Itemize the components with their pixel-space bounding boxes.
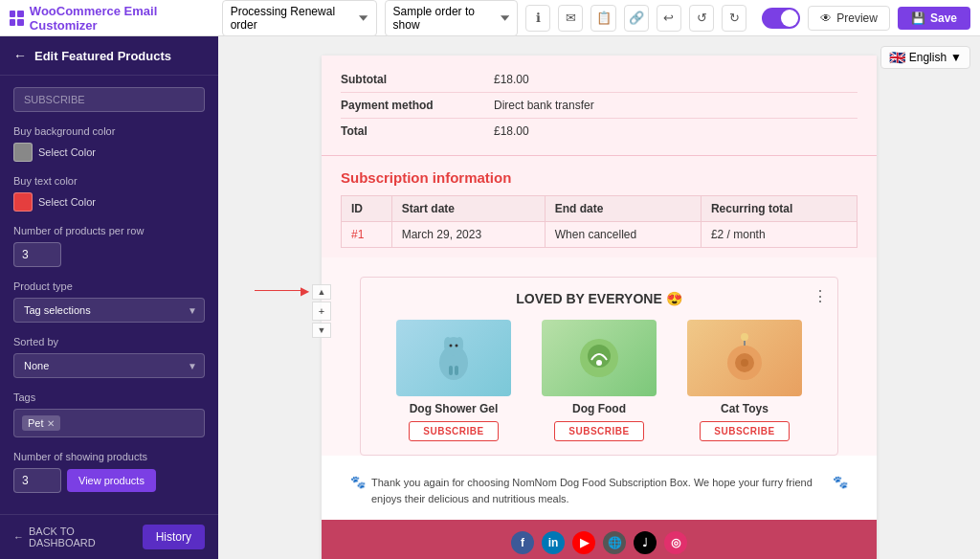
thankyou-section: 🐾 Thank you again for choosing NomNom Do… <box>322 465 877 520</box>
sidebar-header: ← Edit Featured Products <box>0 36 218 76</box>
back-dashboard-btn[interactable]: ← BACK TO DASHBOARD <box>13 525 143 548</box>
back-dashboard-label: BACK TO DASHBOARD <box>29 525 143 548</box>
main-layout: ← Edit Featured Products Buy background … <box>0 36 980 559</box>
showing-products-input[interactable] <box>13 468 61 493</box>
order-type-label: Processing Renewal order <box>231 5 356 32</box>
info-icon-btn[interactable]: ℹ <box>525 5 550 32</box>
showing-label: Number of showing products <box>13 451 205 462</box>
email-icon-btn[interactable]: ✉ <box>558 5 583 32</box>
save-label: Save <box>930 11 957 25</box>
total-value: £18.00 <box>494 124 529 138</box>
view-products-button[interactable]: View products <box>67 469 156 492</box>
refresh-icon-btn[interactable]: ↻ <box>722 5 746 32</box>
pet-tag-label: Pet <box>28 417 44 429</box>
thankyou-icon-right: 🐾 <box>833 475 848 489</box>
product-subscribe-btn-3[interactable]: SUBSCRIBE <box>700 421 789 441</box>
linkedin-icon[interactable]: in <box>542 531 565 554</box>
text-color-picker: Select Color <box>13 192 205 212</box>
order-row-payment: Payment method Direct bank transfer <box>341 93 858 119</box>
dog-shower-svg <box>425 329 482 387</box>
scroll-plus-btn[interactable]: + <box>312 302 331 321</box>
sub-id: #1 <box>342 222 392 248</box>
email-outer: ▲ + ▼ ▶ Subtotal £18.00 <box>312 46 886 559</box>
product-subscribe-btn-1[interactable]: SUBSCRIBE <box>409 421 498 441</box>
subscription-section: Subscription information ID Start date E… <box>322 156 877 257</box>
arrow-head-icon: ▶ <box>301 284 309 298</box>
bg-color-label: Buy background color <box>13 125 205 137</box>
scroll-down-btn[interactable]: ▼ <box>312 323 331 338</box>
svg-point-10 <box>596 360 602 366</box>
sample-order-dropdown[interactable]: Sample order to show <box>385 0 519 36</box>
sub-end-date: When cancelled <box>545 222 701 248</box>
bg-color-swatch <box>13 143 33 162</box>
total-key: Total <box>341 124 494 138</box>
tiktok-icon[interactable]: ♩ <box>634 531 657 554</box>
product-name-3: Cat Toys <box>721 402 768 415</box>
text-select-color-btn[interactable]: Select Color <box>38 196 96 208</box>
order-type-dropdown[interactable]: Processing Renewal order <box>222 0 377 36</box>
svg-point-5 <box>456 345 458 347</box>
tags-label: Tags <box>13 391 205 403</box>
product-subscribe-btn-2[interactable]: SUBSCRIBE <box>554 421 643 441</box>
sub-header-start: Start date <box>391 196 545 222</box>
pet-tag-remove-icon[interactable]: ✕ <box>47 418 55 429</box>
product-type-select[interactable]: Tag selections <box>13 298 205 323</box>
product-image-2 <box>542 320 657 396</box>
youtube-icon[interactable]: ▶ <box>572 531 595 554</box>
order-row-subtotal: Subtotal £18.00 <box>341 67 858 93</box>
products-per-row-label: Number of products per row <box>13 225 205 236</box>
sorted-by-select[interactable]: None <box>13 353 205 378</box>
brand: WooCommerce Email Customizer <box>10 4 214 33</box>
payment-value: Direct bank transfer <box>494 99 594 112</box>
sidebar-back-icon[interactable]: ← <box>13 48 27 63</box>
order-row-total: Total £18.00 <box>341 119 858 144</box>
topbar: WooCommerce Email Customizer Processing … <box>0 0 980 36</box>
sample-order-label: Sample order to show <box>393 5 497 32</box>
products-more-icon[interactable]: ⋮ <box>813 287 828 305</box>
scroll-up-btn[interactable]: ▲ <box>312 284 331 300</box>
tags-input-wrap[interactable]: Pet ✕ <box>13 409 205 437</box>
history-button[interactable]: History <box>143 525 205 549</box>
content-area: 🇬🇧 English ▼ ▲ + ▼ ▶ <box>218 36 980 559</box>
products-header: LOVED BY EVERYONE 😍 <box>374 291 824 306</box>
bg-select-color-btn[interactable]: Select Color <box>38 146 96 158</box>
sub-id-link[interactable]: #1 <box>351 228 364 241</box>
subscription-table: ID Start date End date Recurring total #… <box>341 195 858 248</box>
pet-tag-chip: Pet ✕ <box>22 415 60 431</box>
dog-food-svg <box>570 329 628 387</box>
preview-button[interactable]: 👁 Preview <box>808 6 890 31</box>
globe-icon[interactable]: 🌐 <box>603 531 626 554</box>
save-button[interactable]: 💾 Save <box>898 7 970 30</box>
payment-key: Payment method <box>341 99 494 112</box>
save-icon: 💾 <box>911 11 925 25</box>
product-image-1 <box>396 320 511 396</box>
product-name-1: Dog Shower Gel <box>410 402 499 415</box>
back-icon: ← <box>13 531 24 543</box>
sub-start-date: March 29, 2023 <box>391 222 545 248</box>
redo-icon-btn[interactable]: ↺ <box>689 5 714 32</box>
svg-rect-6 <box>449 366 453 375</box>
subscribe-input[interactable] <box>13 87 205 112</box>
undo-icon-btn[interactable]: ↩ <box>657 5 681 32</box>
text-color-swatch <box>13 192 33 212</box>
toggle-wrap <box>762 8 800 29</box>
social-section: f in ▶ 🌐 ♩ ◎ <box>322 520 877 559</box>
svg-point-15 <box>741 333 748 341</box>
product-card-2: Dog Food SUBSCRIBE <box>532 320 666 441</box>
thankyou-text: Thank you again for choosing NomNom Dog … <box>371 475 827 506</box>
sidebar-footer: ← BACK TO DASHBOARD History <box>0 514 218 559</box>
svg-point-13 <box>741 359 748 367</box>
sidebar-body: Buy background color Select Color Buy te… <box>0 76 218 514</box>
products-grid: Dog Shower Gel SUBSCRIBE <box>374 320 824 441</box>
sidebar: ← Edit Featured Products Buy background … <box>0 36 218 559</box>
products-per-row-input[interactable] <box>13 242 61 267</box>
doc-icon-btn[interactable]: 📋 <box>590 5 615 32</box>
toggle[interactable] <box>762 8 800 29</box>
sub-header-end: End date <box>545 196 701 222</box>
sub-recurring-total: £2 / month <box>701 222 857 248</box>
instagram-icon[interactable]: ◎ <box>664 531 687 554</box>
subscription-title: Subscription information <box>341 169 858 186</box>
link-icon-btn[interactable]: 🔗 <box>624 5 649 32</box>
facebook-icon[interactable]: f <box>511 531 534 554</box>
subtotal-value: £18.00 <box>494 73 529 86</box>
